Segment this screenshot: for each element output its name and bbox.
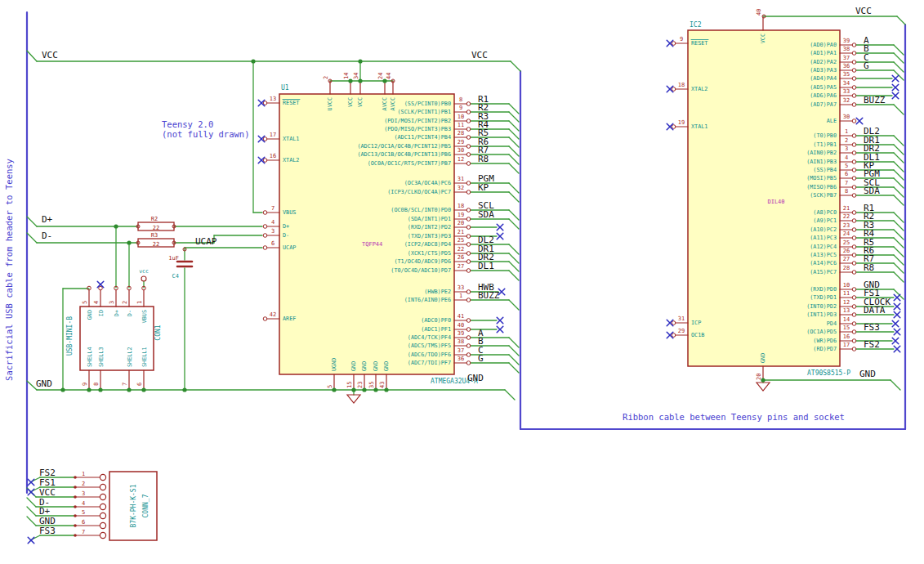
pin-name: (MOSI)PB5 [806,175,837,181]
pin-name: D- [127,310,133,316]
net-label-ucap[interactable]: UCAP [195,236,217,247]
pin-number: 31 [458,176,464,182]
connector-pin-circle [100,504,105,509]
net-label[interactable]: DL1 [478,261,494,271]
u1-reference[interactable]: U1 [281,84,289,92]
net-label[interactable]: R8 [864,262,874,273]
pin-name: (A8)PC0 [813,209,837,216]
pin-name: (AD4)PA4 [810,75,837,82]
pin-name: (ADC11/PCINT4)PB4 [394,134,451,141]
wire [891,380,900,390]
c4-reference[interactable]: C4 [172,273,179,280]
pin-number: 23 [843,222,850,229]
wire [505,390,515,400]
bus-entry [27,517,36,526]
net-label[interactable]: FS3 [39,526,56,536]
gnd-symbol [347,395,360,403]
note-ribbon-cable: Ribbon cable between Teensy pins and soc… [623,412,845,422]
net-label[interactable]: FS3 [864,322,880,333]
pin-name: (A12)PC4 [810,244,837,250]
schematic-canvas[interactable]: Sacrificial USB cable from header to Tee… [0,0,924,564]
pin-name: (AD2)PA2 [810,59,837,65]
pin-name: ALE [827,118,837,124]
net-label-gnd-left[interactable]: GND [36,378,52,389]
pin-name: GND [87,310,93,320]
pin-name: XTAL2 [691,86,708,92]
net-label[interactable]: G [478,353,484,364]
pin-end-circle [466,102,471,106]
connector-pin-circle [100,494,105,499]
pin-end-circle [466,353,471,357]
bus-entry [894,162,904,172]
pin-name: (ADC12/OC1A/OC4B/PCINT12)PB5 [357,143,451,150]
pin-end-circle [263,317,267,321]
bus-entry [894,136,904,145]
net-label-d-minus[interactable]: D- [42,231,52,241]
pin-end-circle [852,69,856,73]
net-label[interactable]: G [864,60,869,71]
ic2-reference[interactable]: IC2 [690,21,702,29]
connector-pin-circle [100,522,105,528]
pin-number: 38 [458,338,464,345]
connector-pin-circle [100,532,105,538]
net-label-gnd-right[interactable]: GND [859,369,876,379]
pin-end-circle [466,243,471,247]
net-label[interactable]: SDA [864,186,880,196]
pin-number: 26 [458,254,464,261]
pin-number: 8 [845,188,848,195]
pin-number: 1 [845,128,848,135]
pin-number: 6 [271,240,275,247]
pin-end-circle [852,77,856,81]
pin-number: 28 [843,265,850,271]
net-label[interactable]: FS2 [864,339,880,350]
net-label[interactable]: R8 [478,154,489,164]
pin-end-circle [672,125,676,129]
wire [27,51,37,61]
pin-name: (T0/OC4D/ADC10)PD7 [391,267,451,274]
pin-number: 10 [843,282,850,289]
pin-number: 40 [756,9,762,16]
bus-entry [509,244,519,254]
net-label-vcc-mid[interactable]: VCC [471,50,488,60]
pin-end-circle [466,153,471,157]
pin-end-circle [466,119,471,123]
net-label[interactable]: BUZZ [478,290,500,301]
con1-reference[interactable]: CON1 [154,325,162,340]
net-label[interactable]: BUZZ [864,95,886,105]
pin-name: (A9)PC1 [813,217,837,224]
r2-reference[interactable]: R2 [151,216,158,222]
pin-end-circle [263,211,267,215]
pin-end-circle [852,271,856,275]
net-label[interactable]: KP [478,182,489,193]
net-label-gnd-mid[interactable]: GND [467,373,484,383]
pin-number: 12 [458,156,464,163]
net-label[interactable]: SDA [478,209,494,220]
net-label-vcc-right[interactable]: VCC [855,6,872,16]
wire-end [74,534,77,537]
net-label-d-plus[interactable]: D+ [42,214,53,225]
net-label-vcc-left[interactable]: VCC [42,50,58,60]
bus-entry [509,112,519,122]
r3-reference[interactable]: R3 [151,232,158,239]
pin-name: (TXD/INT3)PD3 [408,233,451,239]
pin-number: 2 [323,76,329,79]
net-label[interactable]: DATA [864,305,886,316]
pin-name: (RXD/INT2)PD2 [408,224,451,231]
bus-entry [509,253,519,263]
pin-number: 9 [459,105,462,111]
pin-end-circle [466,162,471,166]
pin-name: UVCC [327,97,333,110]
conn7-reference[interactable]: CONN_7 [142,494,150,517]
pin-number: 39 [843,38,850,44]
pin-number: 34 [353,73,359,79]
pin-number: 20 [458,220,464,226]
pin-name: AVCC [382,97,388,110]
pin-name: GND [350,361,357,371]
pin-name: UCAP [283,244,296,251]
pin-number: 17 [270,132,276,138]
junction-dot [182,387,186,392]
pin-name: (ADC13/OC1B/OC4B/PCINT13)PB6 [357,151,451,158]
pin-name: (T0)PB0 [813,132,837,139]
pin-number: 3 [271,228,275,235]
bus-entry [509,346,519,356]
